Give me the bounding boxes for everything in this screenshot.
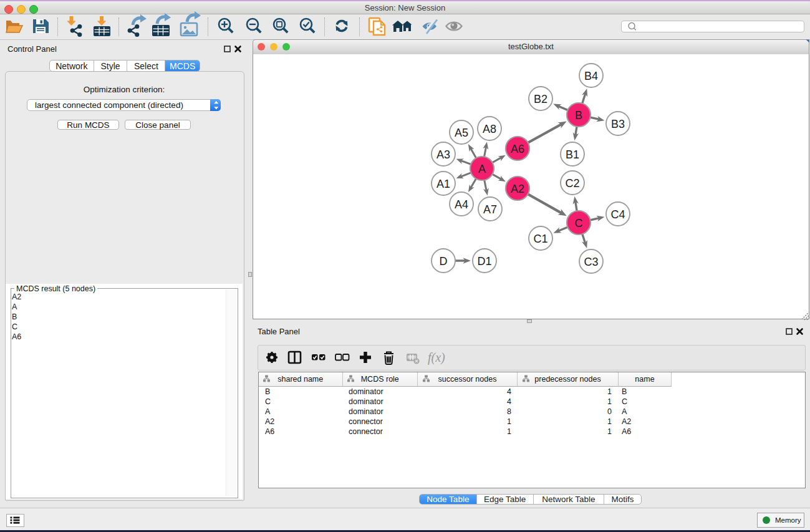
svg-text:A4: A4: [455, 198, 468, 210]
svg-text:A3: A3: [436, 148, 450, 160]
svg-text:B3: B3: [611, 117, 625, 130]
svg-text:B: B: [575, 109, 582, 121]
svg-text:A8: A8: [483, 122, 496, 135]
svg-text:C4: C4: [610, 208, 625, 220]
svg-text:C2: C2: [565, 177, 579, 189]
svg-text:A: A: [478, 162, 486, 175]
svg-text:A2: A2: [511, 182, 524, 195]
svg-text:B1: B1: [566, 148, 579, 160]
svg-text:C: C: [575, 216, 583, 229]
svg-text:D: D: [440, 254, 448, 267]
svg-text:C1: C1: [533, 232, 547, 244]
svg-text:A1: A1: [436, 177, 450, 190]
svg-text:C3: C3: [584, 255, 598, 268]
svg-text:A7: A7: [483, 203, 497, 215]
svg-text:D1: D1: [477, 254, 491, 267]
svg-text:A5: A5: [455, 126, 468, 138]
svg-text:B2: B2: [534, 92, 547, 105]
svg-text:B4: B4: [584, 69, 598, 82]
svg-text:A6: A6: [511, 142, 524, 155]
